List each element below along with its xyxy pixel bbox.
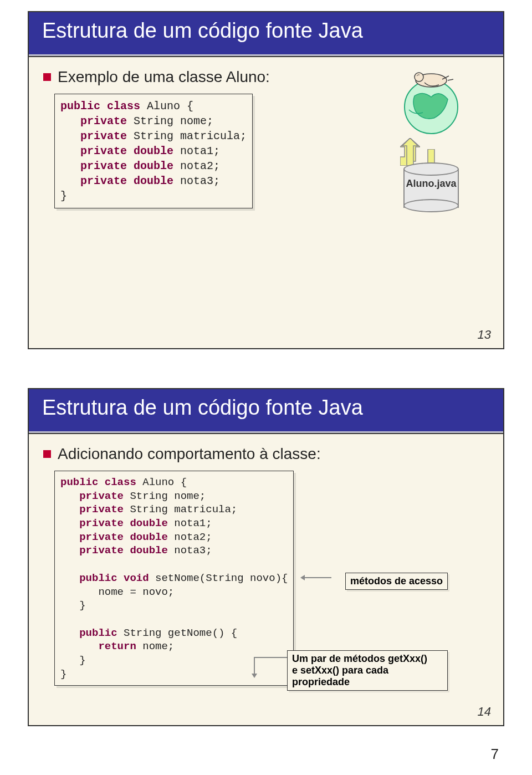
slide-2-bullet: Adicionando comportamento à classe: [43, 445, 489, 463]
slide-2-number: 14 [478, 705, 491, 719]
slide-1-code: public class Aluno { private String nome… [54, 94, 253, 208]
bullet-icon [43, 450, 51, 458]
leader-arrow-1 [300, 575, 305, 580]
bullet-icon [43, 73, 51, 81]
slide-1-header: Estrutura de um código fonte Java [29, 12, 503, 57]
slide-1-bullet-text: Exemplo de uma classe Aluno: [58, 68, 270, 86]
page-number: 7 [491, 746, 499, 763]
slide-1: Estrutura de um código fonte Java Exempl… [28, 11, 504, 349]
annotation-2-line1: Um par de métodos getXxx() [292, 653, 443, 665]
arrow-up-icon [400, 138, 420, 166]
slide-1-title: Estrutura de um código fonte Java [42, 19, 490, 43]
cylinder-label: Aluno.java [403, 178, 459, 190]
leader-line-2a [254, 657, 287, 658]
globe-person-icon [392, 63, 470, 140]
slide-2-code: public class Aluno { private String nome… [54, 471, 294, 686]
slide-2: Estrutura de um código fonte Java Adicio… [28, 388, 504, 726]
slide-2-header: Estrutura de um código fonte Java [29, 389, 503, 434]
slide-2-title: Estrutura de um código fonte Java [42, 396, 490, 420]
annotation-access-methods: métodos de acesso [345, 573, 448, 590]
slide-2-body: Adicionando comportamento à classe: publ… [29, 434, 503, 725]
svg-point-2 [415, 73, 423, 81]
slide-1-number: 13 [478, 328, 491, 342]
slide-1-body: Exemplo de uma classe Aluno: public clas… [29, 57, 503, 348]
leader-line-1 [304, 577, 331, 578]
annotation-2-line2: e setXxx() para cada propriedade [292, 665, 443, 688]
leader-arrow-2 [252, 674, 257, 678]
annotation-getset-pair: Um par de métodos getXxx() e setXxx() pa… [287, 650, 448, 691]
database-icon: Aluno.java [403, 162, 459, 212]
slide-2-bullet-text: Adicionando comportamento à classe: [58, 445, 321, 463]
